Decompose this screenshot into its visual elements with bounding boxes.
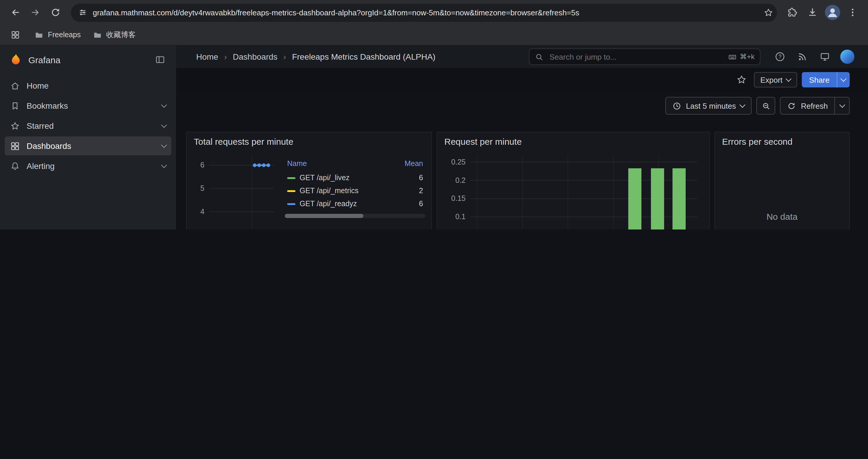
bookmark-star-icon[interactable]	[764, 7, 773, 18]
legend-column-mean[interactable]: Mean	[388, 158, 426, 171]
news-button[interactable]	[793, 48, 812, 66]
browser-menu-button[interactable]	[843, 3, 862, 22]
legend-row[interactable]: GET /api/_readyz6	[285, 197, 426, 210]
share-button[interactable]: Share	[802, 72, 837, 88]
sidebar-item-label: Starred	[27, 121, 54, 131]
legend-scrollbar[interactable]	[285, 214, 426, 218]
collapse-panel-icon	[155, 54, 165, 65]
refresh-interval-button[interactable]	[834, 97, 850, 114]
chevron-down-icon[interactable]	[161, 142, 167, 148]
refresh-button[interactable]: Refresh	[780, 97, 835, 114]
browser-profile-avatar	[825, 5, 840, 20]
sidebar-item-label: Bookmarks	[27, 101, 68, 110]
bookmark-folder-freeleaps[interactable]: Freeleaps	[34, 30, 81, 40]
series-color-swatch[interactable]	[287, 177, 296, 179]
grafana-app: Grafana Home Bookmarks Starred	[0, 45, 868, 230]
chart-svg-total-requests-per-minute: 6543217:40	[193, 149, 280, 230]
sidebar-item-starred[interactable]: Starred	[5, 117, 172, 135]
export-button[interactable]: Export	[754, 72, 797, 88]
time-range-picker[interactable]: Last 5 minutes	[665, 97, 752, 114]
folder-icon	[34, 30, 44, 40]
svg-text:0.15: 0.15	[451, 194, 466, 202]
legend-column-name[interactable]: Name	[285, 158, 388, 171]
sidebar: Grafana Home Bookmarks Starred	[0, 45, 176, 230]
sidebar-item-dashboards[interactable]: Dashboards	[5, 136, 172, 155]
sidebar-item-home[interactable]: Home	[5, 76, 172, 95]
grafana-logo[interactable]	[9, 53, 23, 66]
export-label: Export	[760, 75, 782, 84]
dashboard-toolbar: Export Share	[176, 68, 868, 92]
legend-row[interactable]: GET /api/_livez6	[285, 171, 426, 184]
apps-grid-button[interactable]	[8, 28, 23, 42]
sidebar-collapse-button[interactable]	[152, 52, 168, 67]
svg-text:0.2: 0.2	[455, 176, 466, 184]
brand-title: Grafana	[28, 55, 147, 65]
search-input[interactable]	[548, 52, 723, 62]
scrollbar-thumb[interactable]	[285, 214, 364, 218]
star-icon	[10, 121, 20, 131]
zoom-out-button[interactable]	[756, 97, 776, 114]
sidebar-item-bookmarks[interactable]: Bookmarks	[5, 96, 172, 115]
reload-button[interactable]	[46, 3, 65, 22]
panel-request-per-minute: Request per minute 0.250.20.150.10.05017…	[437, 132, 710, 230]
breadcrumb-separator: ›	[283, 52, 286, 61]
no-data-message: No data	[715, 149, 849, 230]
breadcrumb-current: Freeleaps Metrics Dashboard (ALPHA)	[292, 52, 435, 61]
favorite-dashboard-button[interactable]	[734, 72, 749, 88]
bookmark-icon	[10, 101, 20, 111]
breadcrumb: Home › Dashboards › Freeleaps Metrics Da…	[196, 52, 435, 61]
breadcrumb-home[interactable]: Home	[196, 52, 218, 61]
panel-title[interactable]: Request per minute	[437, 132, 709, 149]
tv-mode-button[interactable]	[815, 48, 835, 66]
svg-text:?: ?	[778, 54, 781, 60]
help-icon: ?	[775, 52, 785, 62]
extensions-button[interactable]	[783, 3, 802, 22]
panel-errors-per-second: Errors per second No data	[714, 132, 850, 230]
legend-value-mean: 2	[388, 184, 426, 197]
search-box[interactable]: ⌘+k	[529, 48, 761, 65]
home-icon	[10, 80, 20, 91]
chevron-down-icon[interactable]	[161, 162, 167, 168]
panel-title[interactable]: Errors per second	[715, 132, 849, 149]
bookmark-label: Freeleaps	[48, 31, 81, 39]
header-icons: ?	[770, 48, 857, 66]
chevron-down-icon[interactable]	[161, 122, 167, 128]
screen: grafana.mathmast.com/d/deytv4rwavabkb/fr…	[0, 0, 868, 230]
share-label: Share	[809, 75, 830, 84]
sidebar-item-alerting[interactable]: Alerting	[5, 157, 172, 175]
bookmark-folder-blogs[interactable]: 收藏博客	[92, 30, 135, 40]
legend-row[interactable]: GET /api/_metrics2	[285, 184, 426, 197]
kebab-menu-icon	[847, 7, 858, 18]
svg-text:6: 6	[200, 161, 205, 169]
main-area: Home › Dashboards › Freeleaps Metrics Da…	[176, 45, 868, 230]
sidebar-item-label: Alerting	[27, 161, 55, 171]
back-button[interactable]	[6, 3, 25, 22]
svg-text:5: 5	[200, 184, 205, 192]
series-color-swatch[interactable]	[287, 203, 296, 205]
sidebar-header: Grafana	[0, 45, 176, 74]
user-profile-button[interactable]	[837, 48, 857, 66]
url-bar[interactable]: grafana.mathmast.com/d/deytv4rwavabkb/fr…	[71, 3, 777, 22]
forward-icon	[30, 7, 41, 18]
help-button[interactable]: ?	[770, 48, 790, 66]
rss-icon	[797, 52, 808, 62]
site-settings-icon[interactable]	[78, 8, 88, 17]
dashboards-grid-icon	[10, 141, 20, 151]
series-color-swatch[interactable]	[287, 190, 296, 192]
chart-svg-request-per-minute: 0.250.20.150.10.05017:37:0017:38:0017:39…	[443, 149, 703, 230]
extensions-puzzle-icon	[787, 7, 798, 18]
chevron-down-icon[interactable]	[161, 102, 167, 108]
download-icon	[807, 7, 818, 18]
panel-title[interactable]: Total requests per minute	[187, 132, 431, 149]
legend-value-mean: 6	[388, 171, 426, 184]
downloads-button[interactable]	[803, 3, 822, 22]
share-menu-button[interactable]	[837, 72, 850, 88]
breadcrumb-dashboards[interactable]: Dashboards	[233, 52, 277, 61]
search-shortcut: ⌘+k	[728, 52, 754, 61]
url-text[interactable]: grafana.mathmast.com/d/deytv4rwavabkb/fr…	[93, 8, 758, 17]
apps-grid-icon	[11, 30, 20, 40]
share-button-group: Share	[802, 72, 850, 88]
forward-button[interactable]	[26, 3, 45, 22]
browser-profile-button[interactable]	[823, 3, 842, 22]
bookmark-label: 收藏博客	[106, 30, 135, 40]
